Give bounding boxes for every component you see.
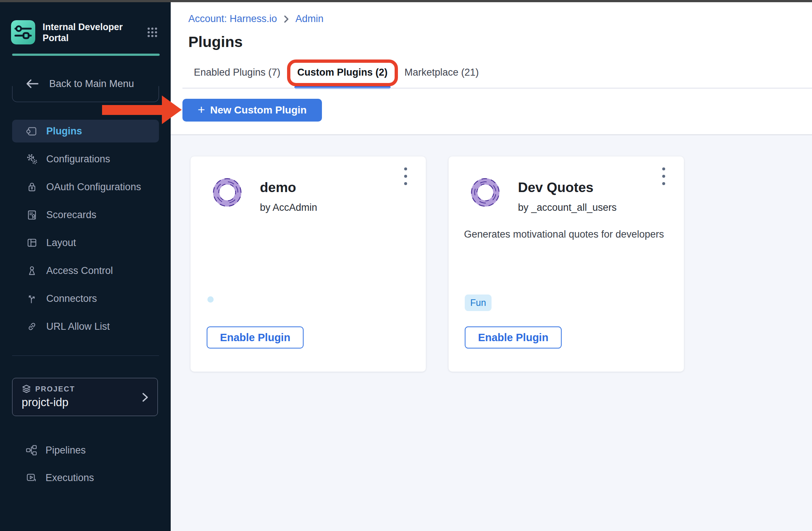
link-icon <box>26 320 38 333</box>
kebab-menu-icon[interactable] <box>400 166 411 187</box>
plugin-card-demo: demo by AccAdmin Enable Plugin <box>191 156 426 372</box>
gears-icon <box>26 153 38 165</box>
layout-icon <box>26 236 38 249</box>
module-grid-icon[interactable] <box>145 26 160 38</box>
empty-tag-dot <box>207 296 214 303</box>
scorecard-icon <box>26 209 38 221</box>
tab-custom-plugins-label: Custom Plugins (2) <box>297 67 388 78</box>
sidebar-nav: Plugins Configurations OAuth C <box>0 117 171 340</box>
new-custom-plugin-label: New Custom Plugin <box>210 104 307 116</box>
kebab-menu-icon[interactable] <box>658 166 669 187</box>
sidebar-item-label: Plugins <box>46 126 82 137</box>
sidebar-item-label: Executions <box>46 472 94 484</box>
project-label: PROJECT <box>35 385 75 393</box>
tab-marketplace[interactable]: Marketplace (21) <box>405 67 479 78</box>
tab-enabled-plugins[interactable]: Enabled Plugins (7) <box>194 67 280 78</box>
plugin-description: Generates motivational quotes for develo… <box>464 228 671 241</box>
app-root: Internal Developer Portal Back to Main M… <box>0 0 812 531</box>
sidebar-item-label: Layout <box>46 237 76 249</box>
sidebar-item-label: Configurations <box>46 153 110 165</box>
plugins-panel: demo by AccAdmin Enable Plugin Dev Quote… <box>171 134 812 531</box>
breadcrumb-admin-link[interactable]: Admin <box>296 13 324 25</box>
sidebar-item-label: Scorecards <box>46 209 97 221</box>
sidebar-item-scorecards[interactable]: Scorecards <box>0 201 171 229</box>
sidebar-item-url-allow-list[interactable]: URL Allow List <box>0 313 171 340</box>
project-selector[interactable]: PROJECT projct-idp <box>12 378 158 416</box>
breadcrumb: Account: Harness.io Admin <box>188 13 323 25</box>
plugin-ring-logo-icon <box>210 176 244 209</box>
sidebar-item-plugins[interactable]: Plugins <box>0 117 171 145</box>
sidebar-item-access-control[interactable]: Access Control <box>0 257 171 285</box>
sidebar-item-label: URL Allow List <box>46 321 110 332</box>
plugin-author: by AccAdmin <box>260 202 317 213</box>
breadcrumb-account-link[interactable]: Account: Harness.io <box>188 13 277 25</box>
plugin-ring-logo-icon <box>468 176 502 209</box>
brand-title: Internal Developer Portal <box>43 21 128 43</box>
tab-custom-plugins[interactable]: Custom Plugins (2) <box>297 67 388 78</box>
main-content: Account: Harness.io Admin Plugins Enable… <box>171 2 812 531</box>
puzzle-icon <box>26 125 38 137</box>
plugin-card-dev-quotes: Dev Quotes by _account_all_users Generat… <box>449 156 684 372</box>
sidebar: Internal Developer Portal Back to Main M… <box>0 2 171 531</box>
plugin-title: demo <box>260 180 296 195</box>
sidebar-item-pipelines[interactable]: Pipelines <box>0 438 171 462</box>
project-selector-header: PROJECT <box>22 384 75 393</box>
plugin-author: by _account_all_users <box>518 202 617 213</box>
branch-arrows-icon <box>26 292 38 305</box>
sidebar-item-connectors[interactable]: Connectors <box>0 285 171 313</box>
sidebar-item-layout[interactable]: Layout <box>0 229 171 257</box>
pipeline-icon <box>25 444 37 456</box>
plugin-tag-fun: Fun <box>465 295 492 311</box>
sidebar-item-label: Connectors <box>46 293 97 304</box>
breadcrumb-chevron-icon <box>283 15 290 24</box>
tabs-bottom-border <box>182 88 812 88</box>
sidebar-item-label: OAuth Configurations <box>46 181 141 193</box>
play-square-icon <box>25 472 37 484</box>
sidebar-item-label: Pipelines <box>46 445 86 456</box>
page-title: Plugins <box>188 33 243 51</box>
brand-divider <box>12 54 160 56</box>
sidebar-item-configurations[interactable]: Configurations <box>0 145 171 173</box>
sidebar-divider <box>12 355 159 356</box>
sidebar-header: Internal Developer Portal <box>11 20 160 44</box>
back-menu-outline <box>12 86 159 102</box>
layers-icon <box>22 384 31 393</box>
project-name: projct-idp <box>22 396 69 409</box>
plugin-title: Dev Quotes <box>518 180 594 195</box>
new-custom-plugin-button[interactable]: + New Custom Plugin <box>182 99 322 122</box>
harness-idp-logo-icon <box>11 20 35 44</box>
sidebar-item-oauth-configurations[interactable]: OAuth Configurations <box>0 173 171 201</box>
chevron-right-icon <box>141 391 149 403</box>
sidebar-item-label: Access Control <box>46 265 113 277</box>
enable-plugin-button[interactable]: Enable Plugin <box>207 326 304 348</box>
lock-icon <box>26 181 38 193</box>
plus-icon: + <box>198 102 205 117</box>
tabs: Enabled Plugins (7) Custom Plugins (2) M… <box>194 57 479 88</box>
plugin-cards: demo by AccAdmin Enable Plugin Dev Quote… <box>191 156 684 372</box>
person-icon <box>26 264 38 277</box>
sidebar-item-executions[interactable]: Executions <box>0 466 171 490</box>
enable-plugin-button[interactable]: Enable Plugin <box>465 326 562 348</box>
